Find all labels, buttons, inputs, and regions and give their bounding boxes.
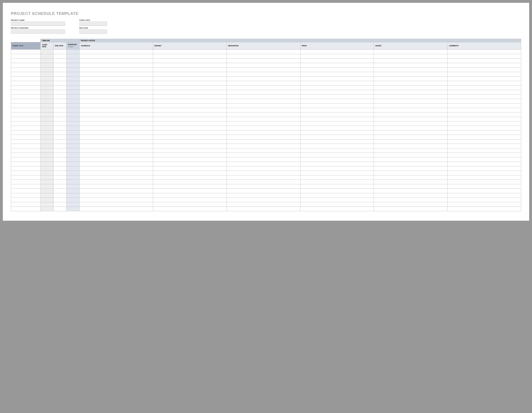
cell[interactable] <box>374 171 447 175</box>
cell[interactable] <box>66 112 80 117</box>
cell[interactable] <box>300 171 374 175</box>
cell[interactable] <box>153 162 227 166</box>
cell[interactable] <box>41 49 54 54</box>
cell[interactable] <box>227 103 300 108</box>
cell[interactable] <box>447 81 521 85</box>
cell[interactable] <box>300 126 374 130</box>
cell[interactable] <box>447 193 521 197</box>
cell[interactable] <box>54 117 66 121</box>
cell[interactable] <box>300 108 374 112</box>
cell[interactable] <box>300 54 374 58</box>
cell[interactable] <box>374 206 447 211</box>
cell[interactable] <box>11 180 41 184</box>
cell[interactable] <box>374 197 447 202</box>
cell[interactable] <box>227 144 300 148</box>
cell[interactable] <box>80 63 153 67</box>
cell[interactable] <box>153 63 227 67</box>
cell[interactable] <box>300 99 374 103</box>
cell[interactable] <box>374 139 447 144</box>
cell[interactable] <box>80 126 153 130</box>
cell[interactable] <box>41 99 54 103</box>
cell[interactable] <box>80 67 153 72</box>
cell[interactable] <box>227 148 300 153</box>
cell[interactable] <box>41 63 54 67</box>
cell[interactable] <box>153 126 227 130</box>
cell[interactable] <box>153 197 227 202</box>
cell[interactable] <box>54 90 66 94</box>
cell[interactable] <box>80 108 153 112</box>
cell[interactable] <box>153 117 227 121</box>
cell[interactable] <box>300 76 374 81</box>
cell[interactable] <box>153 157 227 162</box>
cell[interactable] <box>300 166 374 171</box>
cell[interactable] <box>227 72 300 76</box>
cell[interactable] <box>227 202 300 206</box>
cell[interactable] <box>66 94 80 99</box>
cell[interactable] <box>227 193 300 197</box>
cell[interactable] <box>54 175 66 180</box>
cell[interactable] <box>374 144 447 148</box>
cell[interactable] <box>41 108 54 112</box>
cell[interactable] <box>227 171 300 175</box>
cell[interactable] <box>41 90 54 94</box>
cell[interactable] <box>54 63 66 67</box>
cell[interactable] <box>300 180 374 184</box>
cell[interactable] <box>41 188 54 193</box>
cell[interactable] <box>80 103 153 108</box>
cell[interactable] <box>54 197 66 202</box>
cell[interactable] <box>11 63 41 67</box>
cell[interactable] <box>80 180 153 184</box>
cell[interactable] <box>227 188 300 193</box>
cell[interactable] <box>54 193 66 197</box>
cell[interactable] <box>80 117 153 121</box>
cell[interactable] <box>66 126 80 130</box>
cell[interactable] <box>11 197 41 202</box>
cell[interactable] <box>54 144 66 148</box>
cell[interactable] <box>374 148 447 153</box>
cell[interactable] <box>300 153 374 157</box>
cell[interactable] <box>11 157 41 162</box>
cell[interactable] <box>80 121 153 126</box>
cell[interactable] <box>447 197 521 202</box>
cell[interactable] <box>374 81 447 85</box>
cell[interactable] <box>66 72 80 76</box>
cell[interactable] <box>11 99 41 103</box>
cell[interactable] <box>66 81 80 85</box>
cell[interactable] <box>54 99 66 103</box>
cell[interactable] <box>227 81 300 85</box>
cell[interactable] <box>54 121 66 126</box>
cell[interactable] <box>80 112 153 117</box>
cell[interactable] <box>41 112 54 117</box>
cell[interactable] <box>66 117 80 121</box>
cell[interactable] <box>153 72 227 76</box>
cell[interactable] <box>66 63 80 67</box>
cell[interactable] <box>66 54 80 58</box>
cell[interactable] <box>300 121 374 126</box>
cell[interactable] <box>41 202 54 206</box>
cell[interactable] <box>227 121 300 126</box>
cell[interactable] <box>153 49 227 54</box>
cell[interactable] <box>153 81 227 85</box>
cell[interactable] <box>80 148 153 153</box>
cell[interactable] <box>153 166 227 171</box>
cell[interactable] <box>300 144 374 148</box>
cell[interactable] <box>66 130 80 135</box>
cell[interactable] <box>153 58 227 63</box>
cell[interactable] <box>54 94 66 99</box>
cell[interactable] <box>54 81 66 85</box>
cell[interactable] <box>66 85 80 90</box>
cell[interactable] <box>447 135 521 139</box>
cell[interactable] <box>80 85 153 90</box>
cell[interactable] <box>66 175 80 180</box>
cell[interactable] <box>447 49 521 54</box>
cell[interactable] <box>80 157 153 162</box>
cell[interactable] <box>153 99 227 103</box>
cell[interactable] <box>447 188 521 193</box>
cell[interactable] <box>153 180 227 184</box>
cell[interactable] <box>41 206 54 211</box>
cell[interactable] <box>153 130 227 135</box>
cell[interactable] <box>153 135 227 139</box>
end-date-input[interactable] <box>79 29 107 34</box>
cell[interactable] <box>153 112 227 117</box>
cell[interactable] <box>300 193 374 197</box>
